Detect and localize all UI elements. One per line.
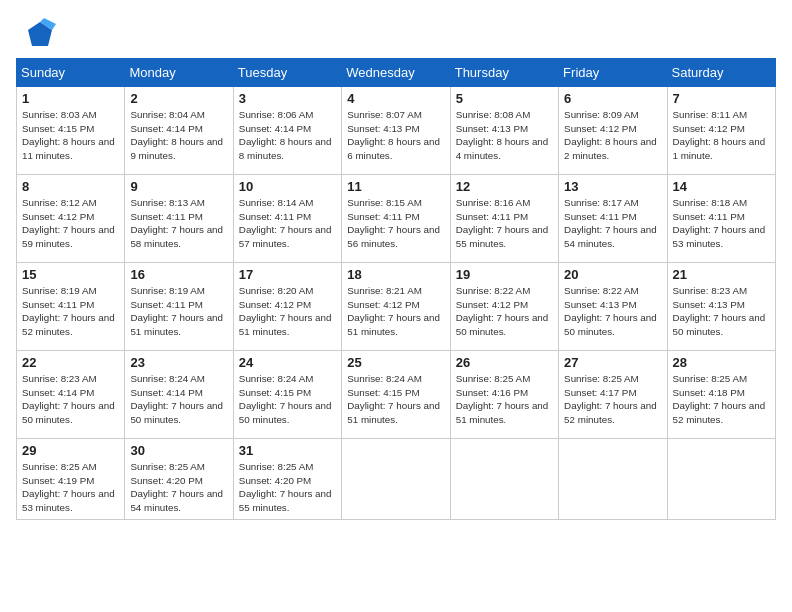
calendar-cell: 27 Sunrise: 8:25 AM Sunset: 4:17 PM Dayl… [559,351,667,439]
day-info: Sunrise: 8:11 AM Sunset: 4:12 PM Dayligh… [673,108,770,163]
calendar-cell: 1 Sunrise: 8:03 AM Sunset: 4:15 PM Dayli… [17,87,125,175]
day-info: Sunrise: 8:15 AM Sunset: 4:11 PM Dayligh… [347,196,444,251]
weekday-header-row: SundayMondayTuesdayWednesdayThursdayFrid… [17,59,776,87]
day-number: 15 [22,267,119,282]
calendar-cell: 16 Sunrise: 8:19 AM Sunset: 4:11 PM Dayl… [125,263,233,351]
day-info: Sunrise: 8:21 AM Sunset: 4:12 PM Dayligh… [347,284,444,339]
calendar-cell: 12 Sunrise: 8:16 AM Sunset: 4:11 PM Dayl… [450,175,558,263]
weekday-sunday: Sunday [17,59,125,87]
day-number: 4 [347,91,444,106]
day-number: 18 [347,267,444,282]
calendar-cell: 14 Sunrise: 8:18 AM Sunset: 4:11 PM Dayl… [667,175,775,263]
day-number: 11 [347,179,444,194]
calendar-cell: 9 Sunrise: 8:13 AM Sunset: 4:11 PM Dayli… [125,175,233,263]
logo-icon [24,18,56,50]
day-number: 12 [456,179,553,194]
day-number: 25 [347,355,444,370]
day-info: Sunrise: 8:18 AM Sunset: 4:11 PM Dayligh… [673,196,770,251]
calendar-cell: 8 Sunrise: 8:12 AM Sunset: 4:12 PM Dayli… [17,175,125,263]
day-number: 21 [673,267,770,282]
calendar-cell: 28 Sunrise: 8:25 AM Sunset: 4:18 PM Dayl… [667,351,775,439]
week-row-1: 1 Sunrise: 8:03 AM Sunset: 4:15 PM Dayli… [17,87,776,175]
calendar-cell: 17 Sunrise: 8:20 AM Sunset: 4:12 PM Dayl… [233,263,341,351]
calendar-cell: 7 Sunrise: 8:11 AM Sunset: 4:12 PM Dayli… [667,87,775,175]
day-info: Sunrise: 8:25 AM Sunset: 4:18 PM Dayligh… [673,372,770,427]
day-number: 27 [564,355,661,370]
calendar-cell: 4 Sunrise: 8:07 AM Sunset: 4:13 PM Dayli… [342,87,450,175]
day-info: Sunrise: 8:09 AM Sunset: 4:12 PM Dayligh… [564,108,661,163]
page: SundayMondayTuesdayWednesdayThursdayFrid… [0,0,792,612]
day-number: 14 [673,179,770,194]
day-number: 28 [673,355,770,370]
day-info: Sunrise: 8:24 AM Sunset: 4:15 PM Dayligh… [239,372,336,427]
calendar-cell: 22 Sunrise: 8:23 AM Sunset: 4:14 PM Dayl… [17,351,125,439]
day-number: 31 [239,443,336,458]
day-number: 8 [22,179,119,194]
day-info: Sunrise: 8:23 AM Sunset: 4:13 PM Dayligh… [673,284,770,339]
day-number: 1 [22,91,119,106]
day-number: 22 [22,355,119,370]
day-info: Sunrise: 8:17 AM Sunset: 4:11 PM Dayligh… [564,196,661,251]
weekday-tuesday: Tuesday [233,59,341,87]
day-number: 17 [239,267,336,282]
calendar-cell: 5 Sunrise: 8:08 AM Sunset: 4:13 PM Dayli… [450,87,558,175]
calendar-cell: 18 Sunrise: 8:21 AM Sunset: 4:12 PM Dayl… [342,263,450,351]
calendar-cell: 24 Sunrise: 8:24 AM Sunset: 4:15 PM Dayl… [233,351,341,439]
logo [20,18,56,50]
day-info: Sunrise: 8:07 AM Sunset: 4:13 PM Dayligh… [347,108,444,163]
day-info: Sunrise: 8:04 AM Sunset: 4:14 PM Dayligh… [130,108,227,163]
calendar-cell [559,439,667,520]
calendar-cell: 15 Sunrise: 8:19 AM Sunset: 4:11 PM Dayl… [17,263,125,351]
day-info: Sunrise: 8:25 AM Sunset: 4:20 PM Dayligh… [239,460,336,515]
day-info: Sunrise: 8:08 AM Sunset: 4:13 PM Dayligh… [456,108,553,163]
calendar-cell: 25 Sunrise: 8:24 AM Sunset: 4:15 PM Dayl… [342,351,450,439]
day-number: 16 [130,267,227,282]
calendar-cell: 20 Sunrise: 8:22 AM Sunset: 4:13 PM Dayl… [559,263,667,351]
calendar-cell: 11 Sunrise: 8:15 AM Sunset: 4:11 PM Dayl… [342,175,450,263]
calendar-cell [667,439,775,520]
week-row-2: 8 Sunrise: 8:12 AM Sunset: 4:12 PM Dayli… [17,175,776,263]
day-number: 29 [22,443,119,458]
day-info: Sunrise: 8:19 AM Sunset: 4:11 PM Dayligh… [130,284,227,339]
day-number: 7 [673,91,770,106]
day-info: Sunrise: 8:14 AM Sunset: 4:11 PM Dayligh… [239,196,336,251]
weekday-friday: Friday [559,59,667,87]
calendar-cell: 26 Sunrise: 8:25 AM Sunset: 4:16 PM Dayl… [450,351,558,439]
week-row-5: 29 Sunrise: 8:25 AM Sunset: 4:19 PM Dayl… [17,439,776,520]
day-info: Sunrise: 8:24 AM Sunset: 4:14 PM Dayligh… [130,372,227,427]
day-number: 6 [564,91,661,106]
day-info: Sunrise: 8:20 AM Sunset: 4:12 PM Dayligh… [239,284,336,339]
day-info: Sunrise: 8:03 AM Sunset: 4:15 PM Dayligh… [22,108,119,163]
day-info: Sunrise: 8:22 AM Sunset: 4:13 PM Dayligh… [564,284,661,339]
calendar-cell: 19 Sunrise: 8:22 AM Sunset: 4:12 PM Dayl… [450,263,558,351]
calendar-cell: 2 Sunrise: 8:04 AM Sunset: 4:14 PM Dayli… [125,87,233,175]
day-info: Sunrise: 8:12 AM Sunset: 4:12 PM Dayligh… [22,196,119,251]
week-row-4: 22 Sunrise: 8:23 AM Sunset: 4:14 PM Dayl… [17,351,776,439]
day-number: 2 [130,91,227,106]
weekday-saturday: Saturday [667,59,775,87]
calendar-cell: 10 Sunrise: 8:14 AM Sunset: 4:11 PM Dayl… [233,175,341,263]
day-info: Sunrise: 8:24 AM Sunset: 4:15 PM Dayligh… [347,372,444,427]
day-number: 23 [130,355,227,370]
calendar-cell: 23 Sunrise: 8:24 AM Sunset: 4:14 PM Dayl… [125,351,233,439]
day-info: Sunrise: 8:25 AM Sunset: 4:17 PM Dayligh… [564,372,661,427]
calendar-cell: 21 Sunrise: 8:23 AM Sunset: 4:13 PM Dayl… [667,263,775,351]
day-info: Sunrise: 8:25 AM Sunset: 4:16 PM Dayligh… [456,372,553,427]
day-info: Sunrise: 8:23 AM Sunset: 4:14 PM Dayligh… [22,372,119,427]
header [0,0,792,58]
weekday-thursday: Thursday [450,59,558,87]
day-info: Sunrise: 8:19 AM Sunset: 4:11 PM Dayligh… [22,284,119,339]
calendar-cell: 29 Sunrise: 8:25 AM Sunset: 4:19 PM Dayl… [17,439,125,520]
day-info: Sunrise: 8:06 AM Sunset: 4:14 PM Dayligh… [239,108,336,163]
day-number: 19 [456,267,553,282]
day-info: Sunrise: 8:22 AM Sunset: 4:12 PM Dayligh… [456,284,553,339]
day-number: 3 [239,91,336,106]
calendar-cell: 13 Sunrise: 8:17 AM Sunset: 4:11 PM Dayl… [559,175,667,263]
calendar-cell: 6 Sunrise: 8:09 AM Sunset: 4:12 PM Dayli… [559,87,667,175]
day-number: 24 [239,355,336,370]
week-row-3: 15 Sunrise: 8:19 AM Sunset: 4:11 PM Dayl… [17,263,776,351]
day-number: 30 [130,443,227,458]
day-number: 13 [564,179,661,194]
calendar-cell [450,439,558,520]
day-info: Sunrise: 8:13 AM Sunset: 4:11 PM Dayligh… [130,196,227,251]
